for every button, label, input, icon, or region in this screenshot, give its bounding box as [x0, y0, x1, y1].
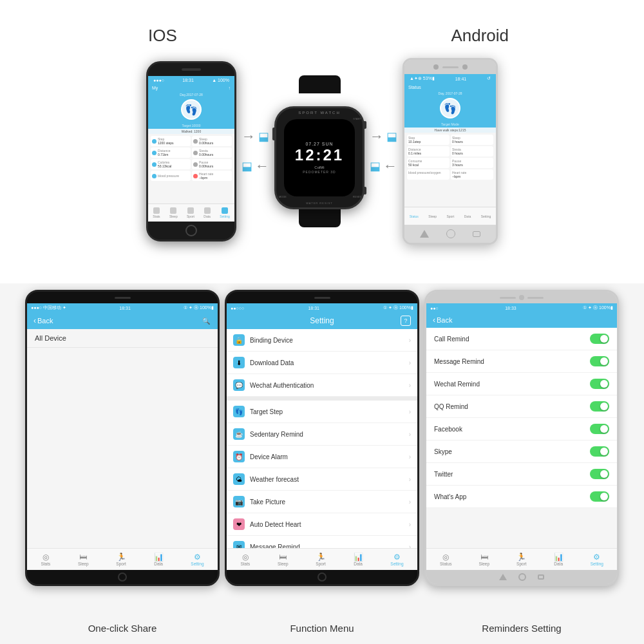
panel-right: ●●○ 18:33 ① ✦ ⓐ 100%▮ ‹ Back Call Remind	[424, 290, 619, 586]
download-icon: ⬇	[233, 357, 245, 368]
left-nav: ‹ Back 🔍	[27, 312, 218, 329]
middle-footer: ◎Stats 🛏Sleep 🏃Sport 📊Data ⚙Setting	[227, 548, 417, 570]
call-remind-toggle[interactable]: Call Remind	[426, 328, 617, 350]
footer-sport[interactable]: 🏃Sport	[516, 553, 527, 566]
message-remind-toggle[interactable]: Message Remind	[426, 350, 617, 373]
footer-stats[interactable]: ◎Stats	[41, 553, 50, 566]
android-screen: ▲✦⊕ 53%▮ 18:41 ↺ Status Day, 2017-07-28 …	[404, 74, 496, 225]
watch: SPORT WATCH 07.27 SUN 12:21 ColMi PEDOME…	[274, 75, 365, 227]
binding-device-item[interactable]: 🔒 Binding Device ›	[227, 329, 417, 352]
footer-sleep[interactable]: 🛏Sleep	[478, 553, 489, 566]
alarm-icon: ⏰	[233, 451, 245, 462]
wechat-auth-item[interactable]: 💬 Wechat Authentication ›	[227, 374, 417, 397]
auto-detect-heart-item[interactable]: ❤ Auto Detect Heart ›	[227, 513, 417, 536]
wechat-icon: 💬	[233, 379, 245, 391]
android-day: Day, 2017-07-28	[404, 91, 496, 98]
footer-setting[interactable]: ⚙Setting	[191, 553, 204, 566]
android-phone: ▲✦⊕ 53%▮ 18:41 ↺ Status Day, 2017-07-28 …	[402, 58, 498, 245]
footer-setting[interactable]: ⚙Setting	[390, 553, 403, 566]
watch-time: 12:21	[295, 146, 344, 164]
back-button[interactable]: ‹ Back	[33, 316, 53, 325]
bottom-section: ●●●○ 中国移动 ✦ 18:31 ① ✦ ⓐ 100%▮ ‹ Back 🔍 A…	[0, 283, 644, 644]
qq-remind-toggle[interactable]: QQ Remind	[426, 395, 617, 418]
ios-day-label: Day,2017-07-28	[148, 93, 234, 99]
right-status-bar: ●●○ 18:33 ① ✦ ⓐ 100%▮	[426, 303, 617, 312]
watch-date: 07.27 SUN	[305, 142, 333, 146]
footer-stats[interactable]: ◎Stats	[240, 553, 250, 566]
panel-left: ●●●○ 中国移动 ✦ 18:31 ① ✦ ⓐ 100%▮ ‹ Back 🔍 A…	[25, 290, 220, 586]
qq-remind-switch[interactable]	[590, 401, 609, 412]
caption-right: Reminders Setting	[424, 623, 619, 634]
footer-sport[interactable]: 🏃Sport	[116, 553, 126, 566]
help-icon[interactable]: ?	[401, 316, 411, 326]
left-status-bar: ●●●○ 中国移动 ✦ 18:31 ① ✦ ⓐ 100%▮	[27, 303, 218, 312]
left-footer: ◎Stats 🛏Sleep 🏃Sport 📊Data ⚙Setting	[27, 548, 218, 570]
settings-menu: 🔒 Binding Device › ⬇ Download Data ›	[227, 329, 417, 548]
ios-screen: ●●●○ 18:31 ▲ 100% My ↑ Day,2017-07-28 👣 …	[148, 76, 234, 222]
toggles-list: Call Remind Message Remind Wechat Remind…	[426, 328, 617, 548]
caption-left: One-click Share	[25, 623, 220, 634]
twitter-toggle[interactable]: Twitter	[426, 463, 617, 486]
whatsapp-switch[interactable]	[590, 491, 609, 502]
call-remind-switch[interactable]	[590, 334, 609, 344]
right-back-button[interactable]: ‹ Back	[433, 316, 452, 325]
download-data-item[interactable]: ⬇ Download Data ›	[227, 352, 417, 374]
skype-switch[interactable]	[590, 446, 609, 457]
top-section: IOS Android ●●●○ 18:31 ▲ 100% My ↑ Day,2…	[0, 0, 644, 283]
ios-walked: Walked: 1200	[148, 129, 234, 134]
footer-status[interactable]: ◎Status	[440, 553, 451, 566]
skype-toggle[interactable]: Skype	[426, 440, 617, 463]
device-alarm-item[interactable]: ⏰ Device Alarm ›	[227, 446, 417, 468]
footer-sleep[interactable]: 🛏Sleep	[78, 553, 89, 566]
all-device-header: All Device	[27, 329, 218, 348]
caption-middle: Function Menu	[225, 623, 419, 634]
camera-icon: 📷	[233, 496, 245, 507]
middle-nav-title: Setting	[310, 316, 334, 325]
right-footer: ◎Status 🛏Sleep 🏃Sport 📊Data ⚙Setting	[426, 548, 617, 570]
weather-icon: 🌤	[233, 473, 245, 485]
take-picture-item[interactable]: 📷 Take Picture ›	[227, 491, 417, 513]
panel-middle: ●●○○○ 18:31 ① ✦ ⓐ 100%▮ Setting ? 🔒 Bind…	[225, 290, 419, 586]
middle-status-bar: ●●○○○ 18:31 ① ✦ ⓐ 100%▮	[227, 303, 417, 312]
target-icon: 👣	[233, 406, 245, 417]
sedentary-remind-item[interactable]: ☕ Sedentary Remind ›	[227, 423, 417, 446]
right-nav: ‹ Back	[426, 312, 617, 328]
middle-nav: Setting ?	[227, 312, 417, 329]
watch-brand: ColMi	[314, 166, 324, 169]
ios-target: Target:10000	[148, 124, 234, 129]
message-remind-item[interactable]: ✉ Message Remind ›	[227, 536, 417, 548]
footer-data[interactable]: 📊Data	[554, 553, 564, 566]
whatsapp-toggle[interactable]: What's App	[426, 486, 617, 508]
wechat-remind-switch[interactable]	[590, 379, 609, 389]
android-label: Android	[451, 26, 509, 46]
watch-label: SPORT WATCH	[298, 111, 340, 115]
ios-label: IOS	[148, 26, 177, 46]
facebook-toggle[interactable]: Facebook	[426, 418, 617, 440]
footer-sport[interactable]: 🏃Sport	[316, 553, 326, 566]
sedentary-icon: ☕	[233, 428, 245, 440]
message-remind-switch[interactable]	[590, 356, 609, 366]
android-walked: Have walk steps:1215	[404, 128, 496, 133]
android-target: Target Mode	[404, 122, 496, 128]
facebook-switch[interactable]	[590, 424, 609, 434]
search-icon[interactable]: 🔍	[201, 316, 211, 326]
message-icon: ✉	[233, 541, 245, 548]
caption-row: One-click Share Function Menu Reminders …	[0, 612, 644, 644]
wechat-remind-toggle[interactable]: Wechat Remind	[426, 373, 617, 395]
heart-icon: ❤	[233, 518, 245, 530]
footer-setting[interactable]: ⚙Setting	[591, 553, 603, 566]
footer-data[interactable]: 📊Data	[154, 553, 164, 566]
footer-data[interactable]: 📊Data	[354, 553, 363, 566]
binding-icon: 🔒	[233, 334, 245, 346]
target-step-item[interactable]: 👣 Target Step ›	[227, 401, 417, 423]
footer-sleep[interactable]: 🛏Sleep	[278, 553, 289, 566]
twitter-switch[interactable]	[590, 469, 609, 479]
weather-item[interactable]: 🌤 Weather forecast ›	[227, 468, 417, 491]
ios-phone: ●●●○ 18:31 ▲ 100% My ↑ Day,2017-07-28 👣 …	[146, 61, 236, 242]
